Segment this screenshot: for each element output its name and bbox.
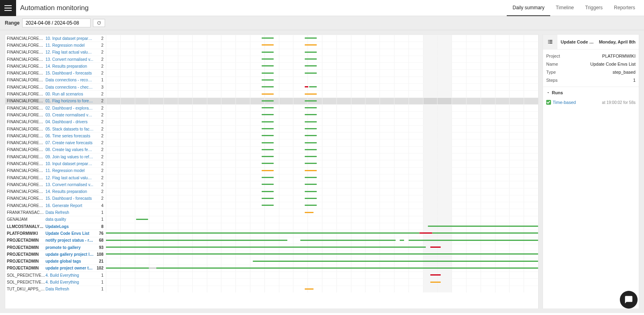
gantt-bar[interactable] — [262, 149, 274, 150]
gantt-row[interactable]: FINANCIALFORECAS06. Time series forecast… — [5, 132, 538, 139]
gantt-bar[interactable] — [262, 191, 274, 192]
gantt-bar[interactable] — [305, 58, 317, 60]
row-scenario-link[interactable]: 02. Dashboard - explorato... — [45, 106, 94, 110]
gantt-bar[interactable] — [156, 267, 538, 269]
row-scenario-link[interactable]: 00. Run all scenarios — [45, 92, 94, 96]
gantt-bar[interactable] — [305, 44, 317, 46]
gantt-row[interactable]: FINANCIALFORECAS16. Generate Report4 — [5, 202, 538, 209]
gantt-bar[interactable] — [262, 86, 274, 87]
gantt-bar[interactable] — [305, 100, 317, 102]
row-scenario-link[interactable]: 13. Convert normalised v... — [45, 182, 94, 187]
gantt-row[interactable]: FINANCIALFORECAS00. Run all scenarios2 — [5, 90, 538, 97]
gantt-row[interactable]: FINANCIALFORECAS07. Create naive forecas… — [5, 139, 538, 146]
gantt-row[interactable]: FINANCIALFORECAS10. Input dataset prepar… — [5, 35, 538, 41]
gantt-row[interactable]: TUT_DKU_APPS_6TeData Refresh1 — [5, 286, 538, 292]
gantt-bar[interactable] — [305, 52, 317, 53]
gantt-bar[interactable] — [262, 58, 274, 60]
gantt-bar[interactable] — [305, 156, 317, 157]
row-scenario-link[interactable]: 4. Build Everything — [45, 280, 94, 284]
gantt-bar[interactable] — [305, 163, 317, 164]
gantt-bar[interactable] — [305, 170, 317, 171]
gantt-bar[interactable] — [305, 128, 317, 129]
run-row[interactable]: Time-basedat 19:00:02 for 58s — [543, 98, 639, 106]
row-scenario-link[interactable]: 05. Stack datasets to facili... — [45, 127, 94, 131]
gantt-bar[interactable] — [262, 114, 274, 115]
gantt-bar[interactable] — [305, 191, 317, 192]
gantt-row[interactable]: PROJECTADMINupdate global tags21 — [5, 258, 538, 265]
gantt-bar[interactable] — [305, 177, 317, 178]
row-scenario-link[interactable]: update global tags — [45, 259, 94, 263]
gantt-bar[interactable] — [262, 121, 274, 122]
row-scenario-link[interactable]: 10. Input dataset prepara... — [45, 162, 94, 166]
gantt-bar[interactable] — [400, 240, 404, 241]
chat-button[interactable] — [620, 291, 638, 309]
gantt-bar[interactable] — [262, 198, 274, 199]
row-scenario-link[interactable]: 15. Dashboard - forecasts — [45, 196, 94, 201]
gantt-bar[interactable] — [262, 170, 274, 171]
row-scenario-link[interactable]: notify project status - revi... — [45, 238, 94, 242]
gantt-bar[interactable] — [262, 93, 274, 95]
row-scenario-link[interactable]: 12. Flag last actual value ... — [45, 50, 94, 54]
gantt-bar[interactable] — [149, 267, 156, 269]
row-scenario-link[interactable]: 11. Regression model — [45, 43, 94, 48]
row-scenario-link[interactable]: 14. Results preparation — [45, 189, 94, 194]
gantt-bar[interactable] — [106, 232, 419, 234]
gantt-bar[interactable] — [262, 73, 274, 74]
row-scenario-link[interactable]: 15. Dashboard - forecasts — [45, 71, 94, 75]
row-scenario-link[interactable]: 4. Build Everything — [45, 273, 94, 278]
tab-daily-summary[interactable]: Daily summary — [507, 0, 550, 16]
gantt-row[interactable]: FINANCIALFORECAS14. Results preparation2 — [5, 62, 538, 69]
row-scenario-link[interactable]: 07. Create naive forecasts — [45, 141, 94, 145]
row-scenario-link[interactable]: 16. Generate Report — [45, 203, 94, 208]
gantt-row[interactable]: SOL_PREDICTIVE_M4. Build Everything1 — [5, 278, 538, 285]
gantt-bar[interactable] — [419, 232, 432, 234]
gantt-bar[interactable] — [300, 240, 395, 241]
gantt-row[interactable]: FINANCIALFORECAS10. Input dataset prepar… — [5, 160, 538, 167]
gantt-bar[interactable] — [305, 65, 317, 66]
tab-triggers[interactable]: Triggers — [580, 0, 609, 16]
gantt-row[interactable]: FINANCIALFORECAS09. Join lag values to r… — [5, 153, 538, 160]
gantt-row[interactable]: FINANCIALFORECAS08. Create lag values fe… — [5, 146, 538, 153]
gantt-bar[interactable] — [305, 149, 317, 150]
gantt-bar[interactable] — [305, 121, 317, 122]
gantt-bar[interactable] — [262, 128, 274, 129]
row-scenario-link[interactable]: 10. Input dataset prepara... — [45, 36, 94, 41]
row-scenario-link[interactable]: Data Refresh — [45, 287, 94, 291]
menu-toggle[interactable] — [0, 0, 16, 16]
gantt-row[interactable]: PLATFORMWIKIUpdate Code Envs List76 — [5, 230, 538, 236]
gantt-bar[interactable] — [430, 247, 441, 248]
gantt-row[interactable]: FINANCIALFORECAS05. Stack datasets to fa… — [5, 125, 538, 132]
row-scenario-link[interactable]: 01. Flag horizons to forecast — [45, 99, 94, 103]
row-scenario-link[interactable]: Data connections - reconf... — [45, 78, 94, 82]
gantt-row[interactable]: SOL_PREDICTIVE_M4. Build Everything1 — [5, 271, 538, 278]
gantt-row[interactable]: FINANCIALFORECAS13. Convert normalised v… — [5, 181, 538, 188]
gantt-row[interactable]: FINANCIALFORECAS11. Regression model2 — [5, 167, 538, 174]
gantt-bar[interactable] — [106, 247, 426, 248]
row-scenario-link[interactable]: 09. Join lag values to refe... — [45, 155, 94, 159]
gantt-bar[interactable] — [432, 232, 538, 234]
run-link[interactable]: Time-based — [553, 100, 601, 105]
gantt-row[interactable]: PROJECTADMINpromote to gallery93 — [5, 244, 538, 251]
gantt-row[interactable]: FINANCIALFORECAS11. Regression model2 — [5, 41, 538, 48]
gantt-row[interactable]: PROJECTADMINupdate project owner tags102 — [5, 265, 538, 271]
row-scenario-link[interactable]: data quality — [45, 217, 94, 222]
row-scenario-link[interactable]: 12. Flag last actual value ... — [45, 176, 94, 180]
gantt-bar[interactable] — [305, 93, 317, 95]
gantt-bar[interactable] — [409, 240, 538, 241]
gantt-bar[interactable] — [253, 261, 538, 262]
gantt-bar[interactable] — [305, 212, 313, 213]
gantt-row[interactable]: FINANCIALFORECAS01. Flag horizons to for… — [5, 97, 538, 104]
gantt-row[interactable]: FINANCIALFORECAS15. Dashboard - forecast… — [5, 69, 538, 76]
gantt-bar[interactable] — [262, 156, 274, 157]
gantt-bar[interactable] — [262, 184, 274, 185]
gantt-row[interactable]: FINANCIALFORECASData connections - check… — [5, 83, 538, 90]
gantt-bar[interactable] — [262, 44, 274, 46]
gantt-bar[interactable] — [262, 37, 274, 39]
gantt-bar[interactable] — [262, 135, 274, 136]
gantt-bar[interactable] — [428, 226, 538, 227]
gantt-row[interactable]: PROJECTADMINnotify project status - revi… — [5, 237, 538, 244]
gantt-bar[interactable] — [305, 288, 313, 290]
gantt-bar[interactable] — [262, 177, 274, 178]
row-scenario-link[interactable]: promote to gallery — [45, 245, 94, 250]
row-scenario-link[interactable]: Update Code Envs List — [45, 231, 94, 236]
